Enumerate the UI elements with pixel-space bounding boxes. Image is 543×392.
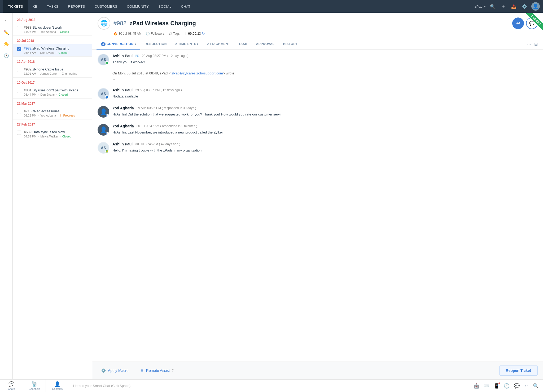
ticket-checkbox[interactable]	[17, 131, 21, 135]
avatar-status: ⚡	[105, 150, 109, 153]
tab-history[interactable]: HISTORY	[279, 39, 302, 50]
nav-item-tasks[interactable]: TASKS	[42, 0, 63, 13]
bottom-status-bar: 💬 Chats 📡 Channels 👤 Contacts Here is yo…	[0, 379, 543, 392]
nav-item-chat[interactable]: CHAT	[176, 0, 195, 13]
bottom-actions-bar: ⚙️ Apply Macro 🖥 Remote Assist ? Reopen …	[92, 362, 543, 379]
followers-meta[interactable]: 🕐 Followers	[146, 32, 164, 35]
macro-icon: ⚙️	[101, 368, 106, 373]
history-icon[interactable]: 🕐	[2, 51, 11, 60]
add-icon[interactable]: ＋	[500, 2, 507, 11]
clock-tool[interactable]: 🕐	[503, 382, 511, 390]
tabs-bar: 4 CONVERSATION ▾ RESOLUTION 2 TIME ENTRY…	[92, 39, 543, 50]
contacts-nav-item[interactable]: 👤 Contacts	[46, 380, 69, 392]
message-item: 👤 t Yod Agbaria 30 Jul 08:47 AM ( respon…	[98, 124, 538, 136]
tab-time-entry[interactable]: 2 TIME ENTRY	[171, 39, 203, 50]
chats-nav-item[interactable]: 💬 Chats	[0, 380, 23, 392]
edit-icon[interactable]: ✏️	[2, 28, 11, 37]
status-ribbon: CLOSED	[522, 13, 543, 34]
tab-conversation[interactable]: 4 CONVERSATION ▾	[97, 39, 140, 50]
message-item: 👤 t Yod Agbaria 29 Aug 03:26 PM ( respon…	[98, 106, 538, 118]
contacts-label: Contacts	[52, 387, 62, 390]
avatar: 👤 t	[98, 124, 109, 136]
sun-icon[interactable]: ☀️	[2, 39, 11, 49]
message-item: AS ⚡ Ashlin Paul 30 Jul 08:45 AM ( 42 da…	[98, 142, 538, 154]
list-item[interactable]: #801 Styluses don't pair with zPads 03:4…	[13, 86, 92, 99]
workspace-label: zPad	[475, 5, 483, 8]
workspace-selector[interactable]: zPad ▾	[475, 5, 486, 8]
message-body: Nodata available	[112, 94, 538, 99]
ticket-checkbox[interactable]	[17, 68, 21, 72]
share-icon[interactable]: 📤	[510, 3, 518, 10]
ticket-meta: 08:45 AM · Don Evans · Closed	[24, 51, 88, 54]
message-item: AS ⚡ Ashlin Paul 📧 29 Aug 03:27 PM ( 12 …	[98, 54, 538, 82]
list-item[interactable]: #689 Data sync is too slow 04:59 PM · Ma…	[13, 128, 92, 140]
keyboard-tool[interactable]: ⌨️	[483, 382, 491, 390]
list-item[interactable]: ✓ #982 zPad Wireless Charging 08:45 AM ·…	[13, 44, 92, 57]
chats-label: Chats	[8, 387, 15, 390]
search-icon[interactable]: 🔍	[489, 3, 496, 10]
bottom-tools: 🤖 ⌨️ 📱 🕐 💬 ↔️ 🔍	[469, 382, 543, 390]
ticket-info: #801 Styluses don't pair with zPads 03:4…	[24, 88, 88, 96]
channels-nav-item[interactable]: 📡 Channels	[23, 380, 46, 392]
chat-tool[interactable]: 💬	[513, 382, 521, 390]
ticket-meta: 11:23 PM · Yod Agbaria · Closed	[24, 30, 88, 33]
nav-item-reports[interactable]: REPORTS	[63, 0, 90, 13]
help-icon[interactable]: ?	[172, 369, 174, 372]
message-content: Ashlin Paul 📧 29 Aug 03:27 PM ( 12 days …	[112, 54, 538, 82]
tabs-stack-button[interactable]: ⊞	[533, 42, 539, 47]
channel-icon: 🌐	[98, 17, 110, 30]
tags-meta[interactable]: 🏷 Tags	[169, 32, 179, 35]
nav-item-community[interactable]: COMMUNITY	[122, 0, 154, 13]
emoji-tool[interactable]: 🤖	[472, 382, 480, 390]
avatar-status: 🔵	[105, 95, 109, 99]
remote-icon: 🖥	[140, 368, 144, 373]
transfer-tool[interactable]: ↔️	[523, 382, 530, 390]
tab-resolution[interactable]: RESOLUTION	[140, 39, 171, 50]
message-body: Hi Ashlin! Did the solution that we sugg…	[112, 112, 538, 117]
ticket-meta: 12:01 AM · James Carter · Engineering	[24, 72, 88, 75]
tabs-more-button[interactable]: ···	[525, 41, 533, 47]
ticket-meta: 04:59 PM · Mayra Walker · Closed	[24, 135, 88, 138]
back-button[interactable]: ←	[2, 16, 11, 25]
message-channel-icon: 📧	[135, 54, 139, 58]
list-item[interactable]: #988 Stylus doesn't work 11:23 PM · Yod …	[13, 23, 92, 36]
ticket-info: #988 Stylus doesn't work 11:23 PM · Yod …	[24, 25, 88, 33]
avatar: AS ⚡	[98, 54, 109, 65]
ticket-title: #988 Stylus doesn't work	[24, 25, 88, 29]
remote-assist-button[interactable]: 🖥 Remote Assist ?	[137, 366, 177, 375]
settings-icon[interactable]: ⚙️	[521, 3, 528, 10]
channels-label: Channels	[29, 387, 40, 390]
ticket-title: #801 Styluses don't pair with zPads	[24, 88, 88, 92]
ticket-detail: 🌐 #982 zPad Wireless Charging ↩ 💬 🔥 30 J…	[92, 13, 543, 379]
nav-item-social[interactable]: SOCIAL	[154, 0, 176, 13]
ticket-title: #982 zPad Wireless Charging	[24, 46, 88, 50]
nav-item-tickets[interactable]: TICKETS	[3, 0, 28, 13]
ticket-checkbox[interactable]	[17, 110, 21, 114]
nav-item-customers[interactable]: CUSTOMERS	[90, 0, 122, 13]
screen-tool[interactable]: 📱	[493, 382, 501, 390]
ticket-checkbox[interactable]: ✓	[17, 47, 21, 51]
ticket-checkbox[interactable]	[17, 89, 21, 93]
list-item[interactable]: #713 zPad accessories 06:23 PM · Yod Agb…	[13, 107, 92, 119]
ticket-checkbox[interactable]	[17, 26, 21, 30]
user-avatar[interactable]: 👤	[531, 2, 540, 11]
message-content: Yod Agbaria 29 Aug 03:26 PM ( responded …	[112, 106, 538, 118]
tab-task[interactable]: TASK	[234, 39, 252, 50]
message-author: Yod Agbaria	[112, 124, 134, 128]
reopen-ticket-button[interactable]: Reopen Ticket	[499, 366, 538, 376]
email-link[interactable]: zPad@zylcares.zohosupport.com	[172, 71, 223, 75]
message-time: 29 Aug 03:27 PM ( 12 days ago )	[142, 54, 188, 58]
message-time: 30 Jul 08:47 AM ( responded in 2 minutes…	[137, 124, 197, 128]
list-item[interactable]: #932 zPhone Cable Issue 12:01 AM · James…	[13, 65, 92, 78]
message-body: Hello, I'm having trouble with the zPads…	[112, 148, 538, 153]
message-time: 29 Aug 03:27 PM ( 12 days ago )	[135, 88, 182, 92]
message-time: 30 Jul 08:45 AM ( 42 days ago )	[135, 142, 180, 146]
search-tool[interactable]: 🔍	[532, 382, 540, 390]
tab-approval[interactable]: APPROVAL	[252, 39, 279, 50]
message-time: 29 Aug 03:26 PM ( responded in 30 days )	[137, 106, 196, 110]
tab-attachment[interactable]: ATTACHMENT	[203, 39, 234, 50]
nav-item-kb[interactable]: KB	[28, 0, 42, 13]
date-group-header: 28 Aug 2018	[13, 15, 92, 23]
smart-chat-input[interactable]: Here is your Smart Chat (Ctrl+Space)	[69, 384, 469, 388]
apply-macro-button[interactable]: ⚙️ Apply Macro	[98, 366, 132, 375]
